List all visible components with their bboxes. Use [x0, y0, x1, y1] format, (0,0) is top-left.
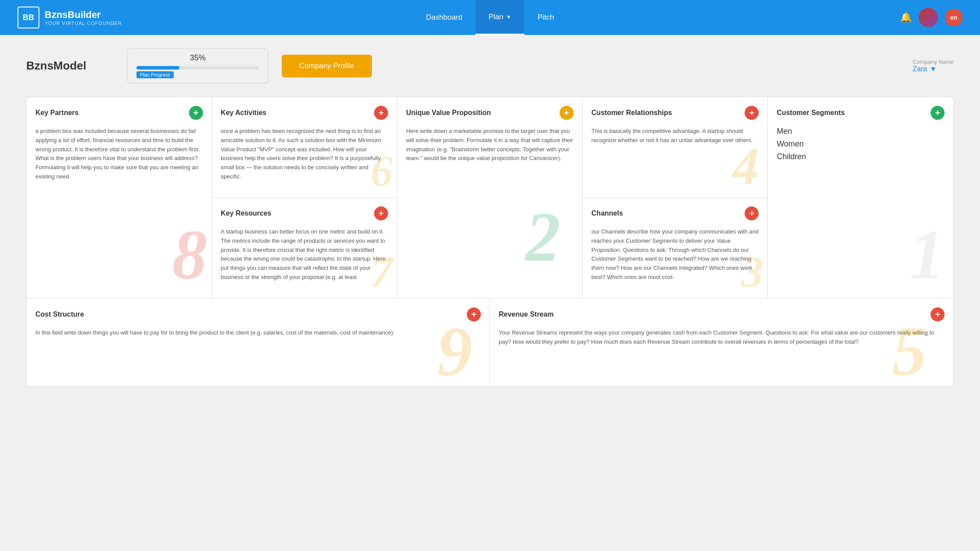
segment-women: Women: [777, 139, 945, 149]
canvas: Key Partners + a problem box was include…: [26, 97, 954, 387]
revenue-stream-text: Your Revenue Streams represent the ways …: [499, 328, 945, 347]
cost-structure-text: In this field write down things you will…: [35, 328, 481, 338]
language-button[interactable]: en: [945, 9, 962, 26]
canvas-bottom-grid: Cost Structure + In this field write dow…: [27, 299, 953, 386]
cost-structure-add-button[interactable]: +: [467, 307, 481, 321]
nav-menu: Dashboard Plan ▼ Pitch: [413, 0, 567, 35]
cost-structure-cell: Cost Structure + In this field write dow…: [27, 299, 490, 386]
customer-segments-cell: Customer Segments + Men Women Children 1: [768, 97, 953, 298]
customer-relationships-add-button[interactable]: +: [745, 106, 759, 120]
revenue-stream-cell: Revenue Stream + Your Revenue Streams re…: [490, 299, 953, 386]
logo-icon: BB: [18, 7, 39, 28]
logo: BB BznsBuilder YOUR VIRTUAL COFOUNDER: [18, 7, 122, 28]
customer-segments-add-button[interactable]: +: [931, 106, 945, 120]
chevron-down-icon: ▼: [930, 65, 937, 73]
customer-relationships-watermark: 4: [732, 140, 759, 193]
logo-text: BznsBuilder YOUR VIRTUAL COFOUNDER: [45, 9, 122, 26]
nav-pitch[interactable]: Pitch: [525, 0, 567, 35]
brand-subtitle: YOUR VIRTUAL COFOUNDER: [45, 21, 122, 26]
customer-relationships-cell: Customer Relationships + This is basical…: [583, 97, 768, 198]
customer-relationships-title: Customer Relationships: [592, 109, 672, 117]
company-name-dropdown[interactable]: Zara ▼: [913, 65, 954, 73]
nav-dashboard[interactable]: Dashboard: [413, 0, 476, 35]
channels-text: our Channels describe how your company c…: [592, 227, 759, 282]
key-activities-header: Key Activities +: [221, 106, 388, 120]
cost-structure-header: Cost Structure +: [35, 307, 481, 321]
channels-add-button[interactable]: +: [745, 206, 759, 220]
customer-relationships-channels-column: Customer Relationships + This is basical…: [583, 97, 768, 298]
key-partners-title: Key Partners: [35, 109, 79, 117]
key-activities-add-button[interactable]: +: [374, 106, 388, 120]
customer-segments-header: Customer Segments +: [777, 106, 945, 120]
main-content: BznsModel 35% Plan Progress Company Prof…: [0, 35, 980, 400]
segment-men: Men: [777, 127, 945, 136]
canvas-main-grid: Key Partners + a problem box was include…: [27, 97, 953, 299]
key-resources-header: Key Resources +: [221, 206, 388, 220]
brand-name: BznsBuilder: [45, 9, 122, 21]
revenue-stream-add-button[interactable]: +: [931, 307, 945, 321]
customer-segments-title: Customer Segments: [777, 109, 845, 117]
top-bar: BznsModel 35% Plan Progress Company Prof…: [26, 48, 954, 84]
chevron-down-icon: ▼: [506, 14, 511, 20]
cost-structure-title: Cost Structure: [35, 310, 84, 318]
nav-plan[interactable]: Plan ▼: [476, 0, 525, 35]
revenue-stream-title: Revenue Stream: [499, 310, 553, 318]
key-activities-title: Key Activities: [221, 109, 266, 117]
segment-children: Children: [777, 152, 945, 161]
key-partners-cell: Key Partners + a problem box was include…: [27, 97, 212, 298]
company-name-label: Company Name: [913, 59, 954, 65]
progress-bar-fill: [136, 66, 179, 70]
navbar: BB BznsBuilder YOUR VIRTUAL COFOUNDER Da…: [0, 0, 980, 35]
company-profile-button[interactable]: Company Profile: [282, 55, 372, 77]
avatar[interactable]: [919, 8, 938, 27]
key-partners-add-button[interactable]: +: [189, 106, 203, 120]
key-partners-watermark: 8: [172, 220, 207, 289]
key-resources-text: A startup business can better focus on o…: [221, 227, 388, 282]
unique-value-add-button[interactable]: +: [560, 106, 574, 120]
key-activities-cell: Key Activities + once a problem has been…: [212, 97, 397, 198]
key-resources-title: Key Resources: [221, 209, 272, 217]
unique-value-text: Here write down a marketable promise to …: [406, 127, 574, 163]
notification-icon[interactable]: 🔔: [900, 12, 912, 23]
customer-relationships-header: Customer Relationships +: [592, 106, 759, 120]
channels-header: Channels +: [592, 206, 759, 220]
channels-cell: Channels + our Channels describe how you…: [583, 198, 768, 298]
key-activities-text: once a problem has been recognized the n…: [221, 127, 388, 181]
progress-bar-container: [136, 66, 259, 70]
progress-label: Plan Progress: [136, 71, 174, 78]
key-partners-text: a problem box was included because sever…: [35, 127, 203, 181]
progress-percent: 35%: [136, 53, 259, 63]
revenue-stream-header: Revenue Stream +: [499, 307, 945, 321]
plan-progress-box: 35% Plan Progress: [127, 48, 269, 84]
avatar-image: [919, 8, 938, 27]
company-name-section: Company Name Zara ▼: [913, 59, 954, 73]
revenue-stream-watermark: 5: [892, 316, 927, 386]
unique-value-title: Unique Value Proposition: [406, 109, 491, 117]
unique-value-header: Unique Value Proposition +: [406, 106, 574, 120]
key-resources-add-button[interactable]: +: [374, 206, 388, 220]
segment-list: Men Women Children: [777, 127, 945, 161]
customer-relationships-text: This is basically the competitive advant…: [592, 127, 759, 145]
channels-title: Channels: [592, 209, 623, 217]
key-partners-header: Key Partners +: [35, 106, 203, 120]
cost-structure-watermark: 9: [437, 316, 472, 386]
navbar-right: 🔔 en: [900, 8, 962, 27]
customer-segments-watermark: 1: [910, 220, 945, 289]
page-title: BznsModel: [26, 59, 114, 73]
activities-resources-column: Key Activities + once a problem has been…: [212, 97, 398, 298]
key-resources-cell: Key Resources + A startup business can b…: [212, 198, 397, 298]
unique-value-cell: Unique Value Proposition + Here write do…: [397, 97, 583, 298]
unique-value-watermark: 2: [525, 202, 560, 272]
